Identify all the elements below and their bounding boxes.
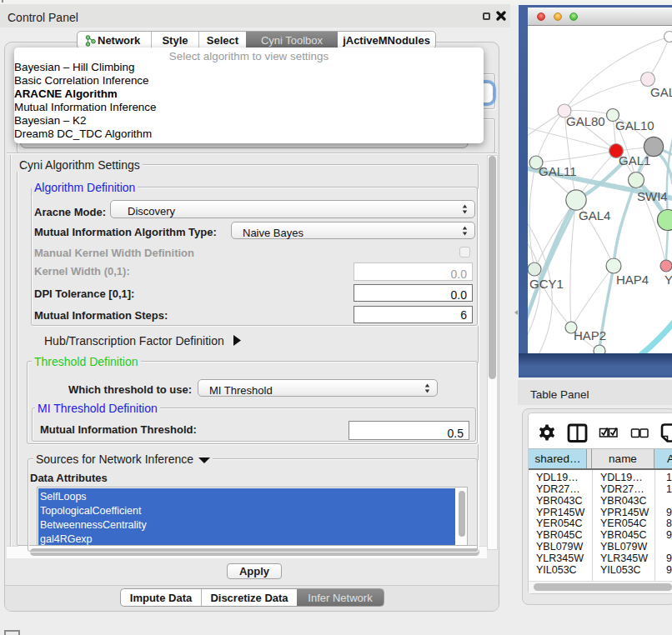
svg-text:HAP2: HAP2 (574, 328, 606, 342)
svg-text:GAL10: GAL10 (615, 118, 654, 132)
svg-text:GCY1: GCY1 (529, 277, 564, 291)
svg-text:GAL80: GAL80 (566, 114, 605, 128)
svg-text:GAL11: GAL11 (539, 164, 577, 178)
svg-text:SWI4: SWI4 (637, 189, 668, 203)
svg-text:Y: Y (664, 272, 672, 287)
svg-text:GAL4: GAL4 (579, 208, 610, 222)
svg-text:GAL1: GAL1 (619, 153, 650, 168)
svg-text:GAL: GAL (650, 85, 672, 99)
svg-text:HAP4: HAP4 (616, 272, 649, 287)
